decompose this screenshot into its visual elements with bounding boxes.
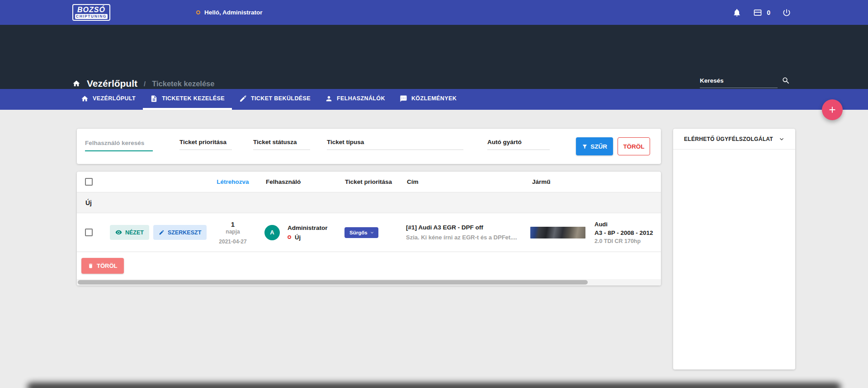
filter-apply-button[interactable]: SZŰR [576, 137, 613, 155]
delete-selected-label: TÖRÖL [97, 262, 118, 269]
window-bottom-shadow [27, 383, 841, 388]
table-footer: TÖRÖL [77, 252, 661, 279]
support-sidebar-header[interactable]: ELÉRHETŐ ÜGYFÉLSZOLGÁLAT [673, 129, 795, 150]
tab-label: KÖZLEMÉNYEK [411, 95, 457, 102]
input-underline [179, 150, 232, 150]
select-all-checkbox[interactable] [85, 178, 93, 186]
tab-label: TICKETEK KEZELÉSE [162, 95, 225, 102]
filter-status-select[interactable]: Ticket státusza [253, 139, 310, 150]
created-unit: napja [203, 229, 262, 235]
input-underline [253, 150, 310, 150]
chevron-down-icon [778, 136, 785, 143]
ticket-table: Létrehozva Felhasználó Ticket prioritása… [77, 172, 661, 285]
table-header-row: Létrehozva Felhasználó Ticket prioritása… [77, 172, 661, 192]
brand-logo-text: BOZSÓ [76, 6, 107, 14]
user-icon [325, 95, 333, 103]
priority-cell: Sürgős [341, 227, 405, 238]
search-icon[interactable] [782, 76, 790, 85]
tab-label: FELHASZNÁLÓK [337, 95, 385, 102]
tab-users[interactable]: FELHASZNÁLÓK [318, 89, 392, 110]
column-title[interactable]: Cím [405, 178, 529, 185]
status-ring-icon [288, 235, 291, 239]
vehicle-info-cell: Audi A3 - 8P - 2008 - 2012 2.0 TDI CR 17… [592, 221, 661, 244]
tab-ticket-management[interactable]: TICKETEK KEZELÉSE [143, 89, 232, 110]
plus-icon [827, 105, 837, 115]
column-vehicle[interactable]: Jármű [529, 178, 592, 185]
status-dot-icon [196, 10, 200, 14]
filter-priority-label: Ticket prioritása [179, 139, 232, 150]
filter-manufacturer-select[interactable]: Autó gyártó [487, 139, 550, 150]
main-tabbar: VEZÉRLŐPULT TICKETEK KEZELÉSE TICKET BEK… [0, 89, 868, 110]
header-search [700, 75, 790, 88]
home-icon[interactable] [72, 79, 80, 88]
ticket-excerpt: Szia. Ki kéne írni az EGR-t és a DPFet..… [406, 234, 529, 241]
funnel-icon [582, 144, 588, 150]
created-date: 2021-04-27 [203, 238, 262, 245]
priority-label: Sürgős [349, 230, 368, 235]
header-search-input[interactable] [700, 75, 778, 88]
user-greeting[interactable]: Helló, Administrator [196, 9, 263, 16]
ticket-title: [#1] Audi A3 EGR - DPF off [406, 224, 529, 231]
logout-power-icon[interactable] [782, 8, 791, 17]
created-value: 1 [203, 220, 262, 228]
filter-manufacturer-label: Autó gyártó [487, 139, 550, 150]
column-priority[interactable]: Ticket prioritása [341, 178, 405, 185]
brand-logo[interactable]: BOZSÓ CHIPTUNING [72, 4, 110, 21]
breadcrumb-dashboard-link[interactable]: Vezérlőpult [87, 78, 137, 89]
document-icon [150, 95, 158, 103]
filter-priority-select[interactable]: Ticket prioritása [179, 139, 232, 150]
filter-clear-button[interactable]: TÖRÖL [618, 137, 650, 155]
user-name: Administrator [288, 224, 328, 231]
column-created[interactable]: Létrehozva [203, 178, 262, 185]
navbar-actions: 0 [732, 8, 791, 17]
breadcrumb: Vezérlőpult / Ticketek kezelése [72, 78, 214, 89]
user-greeting-label: Helló, Administrator [204, 9, 263, 16]
column-user[interactable]: Felhasználó [262, 178, 341, 185]
wallet-button[interactable]: 0 [753, 8, 770, 17]
tab-label: VEZÉRLŐPULT [93, 95, 136, 102]
view-button-label: NÉZET [125, 229, 144, 236]
tab-announcements[interactable]: KÖZLEMÉNYEK [392, 89, 464, 110]
page-header: Vezérlőpult / Ticketek kezelése [0, 25, 868, 89]
input-underline [487, 150, 550, 150]
breadcrumb-separator: / [144, 80, 146, 88]
user-status: Új [288, 234, 328, 241]
view-button[interactable]: NÉZET [110, 225, 149, 240]
table-row[interactable]: NÉZET SZERKESZT 1 napja 2021-04-27 A Adm… [77, 213, 661, 252]
filter-apply-label: SZŰR [590, 143, 607, 150]
home-icon [81, 95, 89, 103]
tab-dashboard[interactable]: VEZÉRLŐPULT [74, 89, 143, 110]
row-checkbox[interactable] [85, 229, 93, 236]
top-navbar: BOZSÓ CHIPTUNING Helló, Administrator 0 [0, 0, 868, 25]
avatar: A [264, 225, 280, 240]
user-search-input[interactable] [85, 140, 153, 150]
edit-button[interactable]: SZERKESZT [153, 225, 207, 240]
scrollbar-thumb[interactable] [78, 280, 588, 285]
horizontal-scrollbar [77, 279, 661, 285]
tab-ticket-submit[interactable]: TICKET BEKÜLDÉSE [232, 89, 318, 110]
add-ticket-fab[interactable] [822, 99, 843, 120]
credit-card-icon [753, 8, 762, 17]
support-sidebar-title: ELÉRHETŐ ÜGYFÉLSZOLGÁLAT [684, 136, 773, 142]
vehicle-model: A3 - 8P - 2008 - 2012 [594, 229, 661, 236]
filter-user-search [85, 139, 153, 151]
filter-type-select[interactable]: Ticket típusa [327, 139, 463, 150]
eye-icon [115, 229, 122, 236]
notifications-bell-icon[interactable] [732, 8, 741, 17]
priority-badge-dropdown[interactable]: Sürgős [344, 227, 378, 238]
breadcrumb-current-page: Ticketek kezelése [152, 79, 214, 88]
chevron-down-icon [369, 230, 375, 235]
vehicle-make: Audi [594, 221, 661, 228]
vehicle-engine: 2.0 TDI CR 170hp [594, 238, 661, 244]
input-underline [327, 150, 463, 150]
chat-icon [400, 95, 407, 103]
group-label: Új [85, 199, 92, 206]
vehicle-image-cell [529, 227, 592, 238]
pen-icon [239, 95, 247, 103]
row-actions: NÉZET SZERKESZT [99, 225, 203, 240]
tab-label: TICKET BEKÜLDÉSE [251, 95, 311, 102]
filter-status-label: Ticket státusza [253, 139, 310, 150]
created-cell: 1 napja 2021-04-27 [203, 220, 262, 245]
delete-selected-button[interactable]: TÖRÖL [81, 258, 124, 274]
support-sidebar: ELÉRHETŐ ÜGYFÉLSZOLGÁLAT [673, 129, 795, 369]
